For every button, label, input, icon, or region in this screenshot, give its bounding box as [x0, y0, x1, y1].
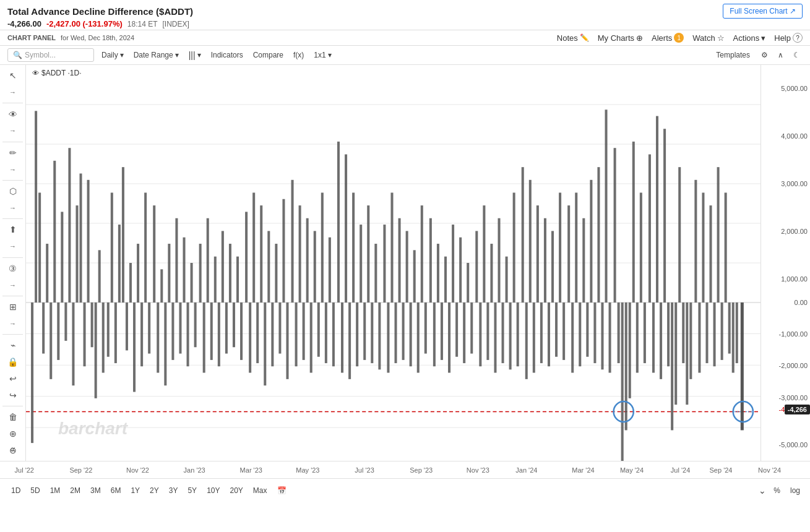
nodes-tool[interactable]: ⊞ [3, 300, 23, 314]
time-label-mar24: Mar '24 [572, 466, 594, 474]
svg-rect-160 [597, 167, 600, 302]
svg-rect-147 [548, 302, 550, 366]
svg-rect-45 [157, 302, 159, 373]
svg-rect-61 [218, 302, 220, 366]
period-1m[interactable]: 1M [46, 484, 64, 497]
svg-rect-20 [61, 212, 63, 302]
chart-panel-label: CHART PANEL [7, 34, 56, 41]
notes-link[interactable]: Notes ✏️ [557, 33, 589, 43]
arrow-right7-tool[interactable]: → [3, 316, 23, 330]
price-label-n2000: -2,000.00 [779, 362, 808, 369]
lock-tool[interactable]: 🔒 [3, 355, 23, 369]
period-2y[interactable]: 2Y [146, 484, 163, 497]
mycharts-link[interactable]: My Charts ⊕ [598, 33, 643, 43]
period-3m[interactable]: 3M [87, 484, 105, 497]
time-label-nov23: Nov '23 [467, 466, 489, 474]
indicators-button[interactable]: Indicators [209, 49, 246, 61]
cursor-tool[interactable]: ↖ [3, 69, 23, 83]
arrow-right-tool[interactable]: → [3, 85, 23, 100]
help-link[interactable]: Help ? [774, 33, 803, 43]
arrow-right3-tool[interactable]: → [3, 162, 23, 176]
svg-rect-126 [467, 263, 469, 302]
redo-tool[interactable]: ↪ [3, 388, 23, 402]
period-20y[interactable]: 20Y [226, 484, 246, 497]
moon-icon: ☾ [793, 51, 800, 59]
period-2m[interactable]: 2M [66, 484, 84, 497]
circle-3-icon: ③ [9, 264, 17, 273]
expand-up-button[interactable]: ∧ [775, 49, 786, 61]
period-5d[interactable]: 5D [27, 484, 43, 497]
compare-button[interactable]: Compare [251, 49, 286, 61]
svg-rect-144 [536, 205, 539, 302]
shape-tool[interactable]: ⬡ [3, 184, 23, 199]
watch-link[interactable]: Watch ☆ [692, 33, 724, 43]
svg-rect-44 [153, 205, 155, 302]
arrow-right6-tool[interactable]: → [3, 278, 23, 292]
period-max[interactable]: Max [249, 484, 271, 497]
svg-rect-150 [559, 192, 561, 302]
svg-rect-178 [667, 302, 670, 366]
price-label-0: 0.00 [795, 299, 808, 306]
svg-rect-179 [671, 302, 673, 430]
arrow-right4-tool[interactable]: → [3, 201, 23, 215]
top-header: Total Advance Decline Difference ($ADDT)… [0, 0, 810, 30]
actions-link[interactable]: Actions ▾ [733, 33, 766, 43]
svg-rect-137 [509, 302, 512, 369]
svg-rect-98 [360, 225, 362, 302]
fx-button[interactable]: f(x) [291, 49, 306, 61]
draw-tool[interactable]: ✏ [3, 146, 23, 160]
svg-rect-113 [417, 302, 420, 373]
shape-icon: ⬡ [9, 186, 17, 196]
svg-rect-169 [632, 142, 635, 302]
svg-rect-156 [582, 218, 585, 302]
period-6m[interactable]: 6M [107, 484, 125, 497]
svg-rect-127 [470, 302, 473, 354]
magnet-tool[interactable]: ⌁ [3, 338, 23, 353]
daterange-dropdown[interactable]: Date Range ▾ [131, 49, 181, 61]
fullscreen-button[interactable]: Full Screen Chart ↗ [723, 4, 803, 19]
trash-tool[interactable]: 🗑 [3, 410, 23, 424]
svg-rect-171 [640, 192, 642, 302]
size-dropdown[interactable]: 1x1 ▾ [311, 49, 334, 61]
period-5y[interactable]: 5Y [184, 484, 200, 497]
period-10y[interactable]: 10Y [203, 484, 223, 497]
svg-rect-12 [31, 302, 33, 443]
collapse-button[interactable]: « [10, 444, 15, 455]
arrow-right5-tool[interactable]: → [3, 239, 23, 254]
expand-down-button[interactable]: ⌄ [759, 486, 766, 496]
settings-button[interactable]: ⚙ [759, 49, 770, 61]
eye-tool[interactable]: 👁 [3, 107, 23, 121]
svg-rect-80 [291, 180, 294, 302]
percent-button[interactable]: % [771, 485, 783, 496]
chart-main[interactable]: 👁 $ADDT ·1D· barchart [26, 65, 760, 461]
arrow-right2-tool[interactable]: → [3, 124, 23, 138]
upload-tool[interactable]: ⬆ [3, 223, 23, 237]
calendar-button[interactable]: 📅 [274, 484, 290, 497]
period-1y[interactable]: 1Y [127, 484, 144, 497]
svg-rect-175 [656, 116, 658, 302]
price-change: -2,427.00 (-131.97%) [46, 19, 123, 28]
svg-rect-108 [399, 218, 401, 302]
zoom-in-tool[interactable]: ⊕ [3, 426, 23, 440]
templates-button[interactable]: Templates [712, 49, 754, 61]
svg-rect-24 [75, 205, 78, 302]
svg-rect-85 [310, 302, 312, 373]
dark-mode-button[interactable]: ☾ [791, 49, 803, 61]
time-label-jan24: Jan '24 [515, 466, 537, 474]
undo-tool[interactable]: ↩ [3, 371, 23, 385]
daily-dropdown[interactable]: Daily ▾ [99, 49, 126, 61]
nav-links: Notes ✏️ My Charts ⊕ Alerts 1 Watch ☆ Ac… [557, 33, 803, 43]
circle-3-tool[interactable]: ③ [3, 261, 23, 275]
period-1d[interactable]: 1D [7, 484, 24, 497]
alerts-link[interactable]: Alerts 1 [652, 33, 684, 43]
chart-svg[interactable] [26, 65, 760, 461]
log-button[interactable]: log [788, 485, 803, 496]
svg-rect-189 [710, 205, 712, 302]
svg-rect-46 [160, 269, 163, 302]
period-3y[interactable]: 3Y [165, 484, 182, 497]
charttype-dropdown[interactable]: ||| ▾ [186, 49, 204, 61]
svg-rect-177 [663, 129, 666, 302]
symbol-search[interactable]: 🔍 Symbol... [7, 48, 94, 62]
svg-rect-36 [122, 167, 124, 302]
svg-rect-53 [187, 302, 189, 366]
